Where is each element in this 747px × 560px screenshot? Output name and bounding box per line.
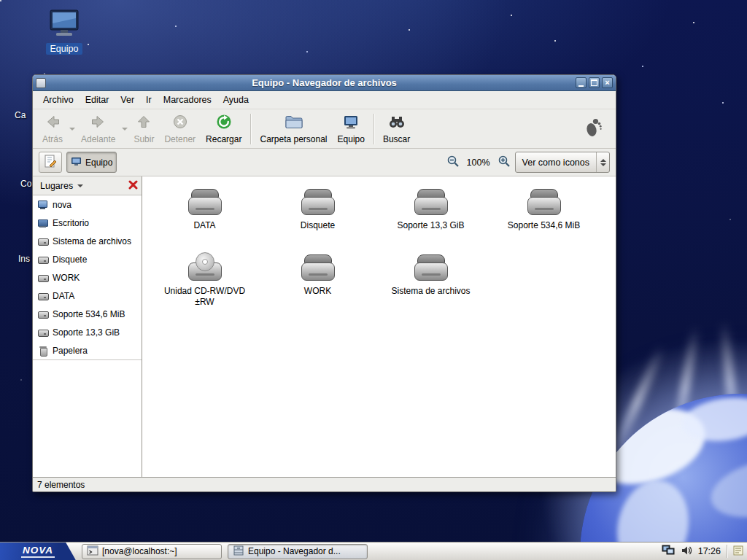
stars [0,0,1,1]
location-bar: Equipo 100% Ver como ico [33,149,616,176]
taskbar-item-file-manager[interactable]: Equipo - Navegador d... [228,544,368,559]
maximize-button[interactable] [589,77,600,88]
drive-icon [37,236,49,247]
computer-icon [342,113,360,133]
drive-icon [37,308,49,320]
zoom-level: 100% [464,158,493,168]
file-item-cdrom[interactable]: Unidad CD-RW/DVD ±RW [153,254,257,308]
window-titlebar[interactable]: Equipo - Navegador de archivos × [33,75,616,91]
drive-icon [414,254,449,281]
sidebar-item-nova[interactable]: nova [33,195,142,214]
computer-button[interactable]: Equipo [333,112,370,147]
sidebar-close-button[interactable] [127,179,139,193]
computer-icon [37,199,49,211]
path-button-equipo[interactable]: Equipo [66,152,117,173]
zoom-out-button[interactable] [446,155,460,170]
statusbar: 7 elementos [33,477,616,491]
sidebar-item-soporte-534[interactable]: Soporte 534,6 MiB [33,305,142,323]
back-button[interactable]: Atrás [37,112,68,147]
zoom-in-button[interactable] [498,155,511,170]
menu-ir[interactable]: Ir [140,93,158,107]
minimize-button[interactable] [576,77,587,88]
sidebar-item-papelera[interactable]: Papelera [33,341,142,359]
menu-marcadores[interactable]: Marcadores [158,93,217,107]
stop-button[interactable]: Detener [159,112,201,147]
menu-archivo[interactable]: Archivo [37,93,80,107]
file-item-work[interactable]: WORK [266,254,370,308]
drive-icon [527,188,562,216]
taskbar: NOVA [nova@localhost:~] Equipo - Nav [0,542,747,560]
file-manager-window: Equipo - Navegador de archivos × Archivo… [32,74,616,492]
file-item-soporte-534[interactable]: Soporte 534,6 MiB [492,188,596,232]
gnome-foot-icon [584,117,603,140]
computer-icon [47,9,82,42]
edit-location-button[interactable] [39,152,62,173]
computer-icon [71,157,82,168]
nova-menu-button[interactable]: NOVA [0,542,76,560]
file-item-sistema-de-archivos[interactable]: Sistema de archivos [379,254,483,308]
forward-button[interactable]: Adelante [76,112,120,147]
places-sidebar: Lugares nova Escritorio [33,176,142,477]
sidebar-header: Lugares [33,176,142,195]
chevron-down-icon [77,184,83,187]
search-icon [388,113,406,133]
sidebar-item-escritorio[interactable]: Escritorio [33,214,142,232]
desktop-icon-label-partial: Ca [15,110,26,120]
toolbar-separator [374,114,374,144]
drive-icon [187,188,222,216]
stop-icon [171,113,189,133]
menu-editar[interactable]: Editar [80,93,115,107]
sidebar-item-data[interactable]: DATA [33,287,142,305]
file-item-disquete[interactable]: Disquete [266,188,370,232]
drive-icon [414,188,449,216]
file-item-data[interactable]: DATA [153,188,257,232]
menubar: Archivo Editar Ver Ir Marcadores Ayuda [33,91,616,109]
drive-icon [37,254,49,265]
menu-ver[interactable]: Ver [115,93,140,107]
system-tray: 17:26 [662,545,747,559]
clock[interactable]: 17:26 [698,546,721,556]
desktop-icon-label-partial: Co [20,179,31,189]
drive-icon [301,254,336,281]
volume-icon[interactable] [681,545,692,559]
desktop: Ca Co Ins Equipo Equipo - Navegador de a… [0,0,747,560]
network-icon[interactable] [662,545,675,558]
trash-icon [37,345,49,357]
back-history-dropdown[interactable] [68,112,76,147]
taskbar-item-terminal[interactable]: [nova@localhost:~] [82,544,222,559]
reload-button[interactable]: Recargar [201,112,247,147]
sidebar-item-disquete[interactable]: Disquete [33,250,142,268]
up-button[interactable]: Subir [128,112,159,147]
desktop-icon-label: Equipo [46,43,83,55]
reload-icon [215,113,233,133]
sidebar-item-work[interactable]: WORK [33,268,142,287]
drive-icon [301,188,336,216]
view-mode-select[interactable]: Ver como iconos [515,152,610,173]
sidebar-item-sistema-de-archivos[interactable]: Sistema de archivos [33,232,142,250]
desktop-icon [37,217,49,229]
status-text: 7 elementos [37,480,85,490]
forward-icon [90,113,107,133]
sidebar-pane-selector[interactable]: Lugares [35,179,88,193]
desktop-icon-label-partial: Ins [18,254,30,264]
toolbar-separator [250,114,251,144]
drive-icon [37,290,49,302]
edit-location-icon [43,154,58,171]
cdrom-icon [187,254,222,281]
desktop-icon-equipo[interactable]: Equipo [41,9,88,55]
forward-history-dropdown[interactable] [120,112,128,147]
window-icon [36,78,46,88]
file-item-soporte-13[interactable]: Soporte 13,3 GiB [379,188,483,232]
back-icon [44,113,61,133]
file-manager-icon [233,545,244,559]
terminal-icon [87,545,98,559]
menu-ayuda[interactable]: Ayuda [217,93,255,107]
home-button[interactable]: Carpeta personal [255,112,332,147]
search-button[interactable]: Buscar [378,112,415,147]
close-button[interactable]: × [602,77,613,88]
up-icon [135,113,152,133]
sidebar-item-soporte-13[interactable]: Soporte 13,3 GiB [33,323,142,341]
home-folder-icon [285,113,303,133]
notes-icon[interactable] [733,545,743,558]
file-view[interactable]: DATA Disquete Soporte 13,3 GiB Soporte 5… [142,176,616,477]
